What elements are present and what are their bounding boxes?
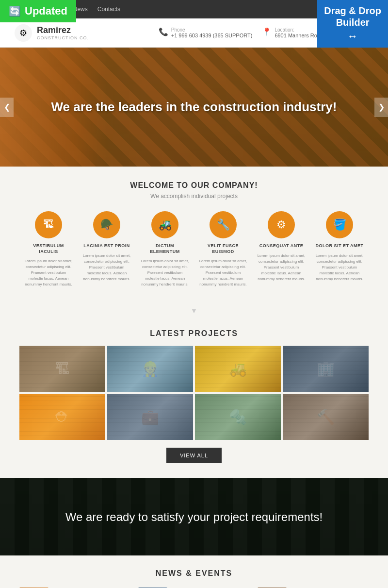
logo-icon: ⚙	[15, 24, 32, 42]
divider-arrow: ▼	[0, 302, 388, 319]
brand-sub: CONSTRUCTION CO.	[37, 35, 89, 40]
service-icon-6: 🪣	[326, 211, 353, 238]
service-item-2: 🪖 LACINIA EST PROIN Lorem ipsum dolor si…	[78, 211, 136, 287]
hero-text: We are the leaders in the construction i…	[51, 99, 337, 116]
service-title-2: LACINIA EST PROIN	[82, 243, 131, 249]
services-grid: 🏗 VESTIBULUM IACULIS Lorem ipsum dolor s…	[19, 211, 369, 287]
phone-contact: 📞 Phone +1 999 603 4939 (365 SUPPORT)	[159, 27, 253, 38]
service-item-5: ⚙ CONSEQUAT ANTE Lorem ipsum dolor sit a…	[252, 211, 310, 287]
service-icon-2: 🪖	[93, 211, 120, 238]
news-section: NEWS & EVENTS Praesent vestibulum molest…	[0, 555, 388, 588]
logo-area: ⚙ Ramirez CONSTRUCTION CO.	[15, 24, 159, 42]
project-thumb-3[interactable]: 🚜	[195, 346, 281, 392]
phone-label: Phone	[171, 27, 253, 33]
service-title-5: CONSEQUAT ANTE	[257, 243, 306, 249]
service-icon-3: 🚜	[151, 211, 178, 238]
hero-prev-button[interactable]: ❮	[0, 98, 14, 117]
news-heading: NEWS & EVENTS	[19, 569, 369, 578]
ready-section: We are ready to satisfy your project req…	[0, 478, 388, 555]
dnd-line2: Builder	[324, 17, 381, 28]
sync-icon: 🔄	[9, 5, 21, 17]
hero-section: We are the leaders in the construction i…	[0, 48, 388, 167]
ready-headline: We are ready to satisfy your project req…	[65, 509, 323, 525]
brand-name: Ramirez	[37, 25, 89, 35]
project-thumb-4[interactable]: 🏢	[283, 346, 369, 392]
project-thumb-1[interactable]: 🏗	[19, 346, 105, 392]
hero-headline: We are the leaders in the construction i…	[51, 99, 337, 116]
service-icon-4: 🔧	[210, 211, 237, 238]
project-thumb-5[interactable]: ⛑	[19, 394, 105, 440]
welcome-section: WELCOME TO OUR COMPANY! We accomplish in…	[0, 167, 388, 302]
projects-heading: LATEST PROJECTS	[19, 329, 369, 338]
hero-next-button[interactable]: ❯	[374, 98, 388, 117]
updated-badge: 🔄 Updated	[0, 0, 76, 22]
phone-icon: 📞	[159, 27, 168, 36]
updated-label: Updated	[25, 5, 67, 17]
service-item-4: 🔧 VELIT FUSCE EUISMOD Lorem ipsum dolor …	[194, 211, 252, 287]
service-desc-4: Lorem ipsum dolor sit amet, consectetur …	[199, 258, 247, 287]
projects-grid: 🏗 👷 🚜 🏢 ⛑ 💼 🔩 🔨	[19, 346, 369, 440]
projects-section: LATEST PROJECTS 🏗 👷 🚜 🏢 ⛑ 💼 🔩 🔨 VIEW ALL	[0, 319, 388, 478]
service-desc-3: Lorem ipsum dolor sit amet, consectetur …	[141, 258, 189, 287]
service-desc-6: Lorem ipsum dolor sit amet, consectetur …	[315, 253, 364, 282]
service-desc-1: Lorem ipsum dolor sit amet, consectetur …	[24, 258, 73, 287]
service-title-3: DICTUM ELEMENTUM	[141, 243, 189, 254]
dnd-arrows: ↔	[324, 30, 381, 43]
service-item-6: 🪣 DOLOR SIT ET AMET Lorem ipsum dolor si…	[310, 211, 369, 287]
view-all-button[interactable]: VIEW ALL	[166, 448, 222, 463]
service-item-3: 🚜 DICTUM ELEMENTUM Lorem ipsum dolor sit…	[136, 211, 194, 287]
project-thumb-8[interactable]: 🔨	[283, 394, 369, 440]
phone-value: +1 999 603 4939 (365 SUPPORT)	[171, 33, 253, 38]
dnd-line1: Drag & Drop	[324, 5, 381, 17]
prev-arrow-icon: ❮	[4, 102, 10, 112]
service-title-6: DOLOR SIT ET AMET	[315, 243, 364, 249]
service-item-1: 🏗 VESTIBULUM IACULIS Lorem ipsum dolor s…	[19, 211, 78, 287]
project-thumb-2[interactable]: 👷	[107, 346, 193, 392]
project-thumb-6[interactable]: 💼	[107, 394, 193, 440]
nav-contacts[interactable]: Contacts	[97, 1, 120, 17]
service-title-1: VESTIBULUM IACULIS	[24, 243, 73, 254]
service-desc-5: Lorem ipsum dolor sit amet, consectetur …	[257, 253, 306, 282]
service-desc-2: Lorem ipsum dolor sit amet, consectetur …	[82, 253, 131, 282]
dnd-badge: Drag & Drop Builder ↔	[317, 0, 388, 48]
service-icon-5: ⚙	[268, 211, 295, 238]
welcome-subtitle: We accomplish individual projects	[19, 193, 369, 200]
next-arrow-icon: ❯	[378, 102, 385, 112]
location-icon: 📍	[262, 27, 272, 36]
service-title-4: VELIT FUSCE EUISMOD	[199, 243, 247, 254]
welcome-heading: WELCOME TO OUR COMPANY!	[19, 181, 369, 190]
project-thumb-7[interactable]: 🔩	[195, 394, 281, 440]
service-icon-1: 🏗	[35, 211, 62, 238]
